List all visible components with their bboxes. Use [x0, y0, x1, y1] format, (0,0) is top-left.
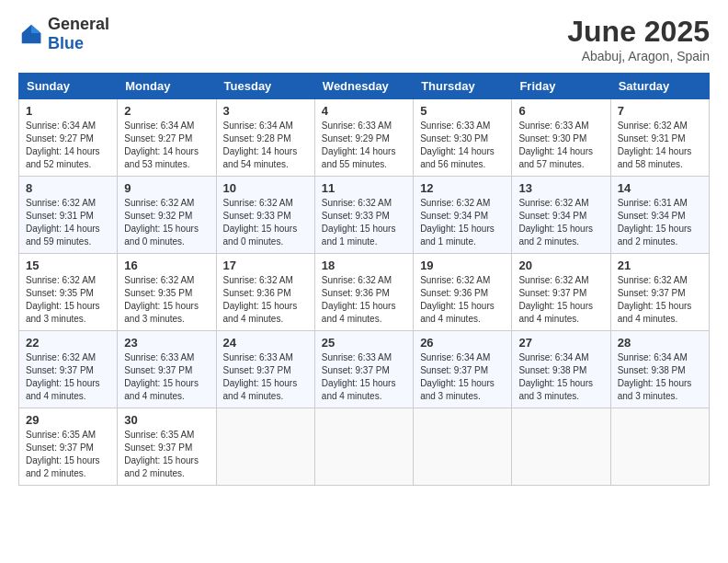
logo-general: General [48, 15, 109, 33]
calendar-week-row: 15 Sunrise: 6:32 AM Sunset: 9:35 PM Dayl… [19, 254, 710, 331]
sunset-text: Sunset: 9:33 PM [322, 211, 390, 221]
sunrise-text: Sunrise: 6:33 AM [322, 352, 392, 362]
day-info: Sunrise: 6:32 AM Sunset: 9:34 PM Dayligh… [518, 197, 603, 248]
col-thursday: Thursday [414, 74, 512, 99]
calendar-cell: 1 Sunrise: 6:34 AM Sunset: 9:27 PM Dayli… [19, 99, 118, 177]
calendar-cell: 3 Sunrise: 6:34 AM Sunset: 9:28 PM Dayli… [216, 99, 314, 177]
day-number: 29 [26, 413, 110, 427]
calendar-cell: 7 Sunrise: 6:32 AM Sunset: 9:31 PM Dayli… [610, 99, 709, 177]
day-info: Sunrise: 6:32 AM Sunset: 9:37 PM Dayligh… [518, 274, 603, 326]
sunrise-text: Sunrise: 6:32 AM [124, 198, 194, 208]
daylight-text: Daylight: 15 hours and 1 minute. [420, 224, 495, 247]
day-info: Sunrise: 6:34 AM Sunset: 9:27 PM Dayligh… [26, 120, 110, 171]
sunrise-text: Sunrise: 6:32 AM [322, 275, 392, 285]
calendar-cell: 5 Sunrise: 6:33 AM Sunset: 9:30 PM Dayli… [414, 99, 512, 177]
day-number: 12 [420, 181, 505, 195]
sunset-text: Sunset: 9:30 PM [420, 133, 488, 144]
sunset-text: Sunset: 9:37 PM [322, 365, 390, 375]
day-number: 9 [124, 181, 209, 195]
sunrise-text: Sunrise: 6:32 AM [518, 198, 588, 208]
day-info: Sunrise: 6:34 AM Sunset: 9:37 PM Dayligh… [420, 351, 505, 403]
sunset-text: Sunset: 9:38 PM [618, 365, 686, 375]
calendar-week-row: 1 Sunrise: 6:34 AM Sunset: 9:27 PM Dayli… [19, 99, 710, 177]
sunset-text: Sunset: 9:37 PM [124, 365, 192, 375]
daylight-text: Daylight: 14 hours and 57 minutes. [518, 146, 593, 169]
sunrise-text: Sunrise: 6:32 AM [26, 352, 96, 362]
sunset-text: Sunset: 9:37 PM [518, 288, 586, 298]
title-block: June 2025 Ababuj, Aragon, Spain [567, 15, 710, 63]
sunrise-text: Sunrise: 6:32 AM [618, 121, 688, 131]
sunrise-text: Sunrise: 6:32 AM [223, 275, 293, 285]
day-info: Sunrise: 6:32 AM Sunset: 9:35 PM Dayligh… [26, 274, 110, 326]
calendar-cell: 28 Sunrise: 6:34 AM Sunset: 9:38 PM Dayl… [610, 331, 709, 408]
day-info: Sunrise: 6:33 AM Sunset: 9:37 PM Dayligh… [322, 351, 406, 403]
daylight-text: Daylight: 14 hours and 59 minutes. [26, 224, 100, 247]
logo-text: General Blue [48, 15, 109, 53]
sunrise-text: Sunrise: 6:32 AM [420, 275, 490, 285]
calendar-cell: 21 Sunrise: 6:32 AM Sunset: 9:37 PM Dayl… [610, 254, 709, 331]
calendar-cell [314, 408, 413, 486]
day-number: 15 [26, 259, 110, 272]
sunset-text: Sunset: 9:37 PM [26, 365, 94, 375]
daylight-text: Daylight: 15 hours and 4 minutes. [420, 301, 495, 324]
day-number: 4 [322, 104, 406, 118]
sunrise-text: Sunrise: 6:34 AM [518, 352, 588, 362]
calendar-cell: 17 Sunrise: 6:32 AM Sunset: 9:36 PM Dayl… [216, 254, 314, 331]
calendar-cell: 12 Sunrise: 6:32 AM Sunset: 9:34 PM Dayl… [414, 177, 512, 254]
calendar-week-row: 22 Sunrise: 6:32 AM Sunset: 9:37 PM Dayl… [19, 331, 710, 408]
calendar-cell [512, 408, 610, 486]
calendar-cell [610, 408, 709, 486]
sunrise-text: Sunrise: 6:35 AM [124, 430, 194, 440]
calendar-week-row: 8 Sunrise: 6:32 AM Sunset: 9:31 PM Dayli… [19, 177, 710, 254]
sunset-text: Sunset: 9:27 PM [124, 133, 192, 144]
daylight-text: Daylight: 15 hours and 2 minutes. [618, 224, 692, 247]
day-info: Sunrise: 6:33 AM Sunset: 9:37 PM Dayligh… [124, 351, 209, 403]
header: General Blue June 2025 Ababuj, Aragon, S… [18, 15, 710, 63]
day-number: 30 [124, 413, 209, 427]
calendar-cell: 11 Sunrise: 6:32 AM Sunset: 9:33 PM Dayl… [314, 177, 413, 254]
day-info: Sunrise: 6:31 AM Sunset: 9:34 PM Dayligh… [618, 197, 702, 248]
daylight-text: Daylight: 14 hours and 53 minutes. [124, 146, 199, 169]
sunset-text: Sunset: 9:31 PM [26, 211, 94, 221]
day-info: Sunrise: 6:34 AM Sunset: 9:27 PM Dayligh… [124, 120, 209, 171]
sunrise-text: Sunrise: 6:32 AM [26, 275, 96, 285]
daylight-text: Daylight: 15 hours and 3 minutes. [124, 301, 199, 324]
day-number: 7 [618, 104, 702, 118]
calendar-cell: 15 Sunrise: 6:32 AM Sunset: 9:35 PM Dayl… [19, 254, 118, 331]
day-info: Sunrise: 6:33 AM Sunset: 9:29 PM Dayligh… [322, 120, 406, 171]
day-number: 22 [26, 336, 110, 350]
day-number: 24 [223, 336, 308, 350]
day-number: 16 [124, 259, 209, 272]
sunset-text: Sunset: 9:33 PM [223, 211, 291, 221]
col-friday: Friday [512, 74, 610, 99]
sunrise-text: Sunrise: 6:34 AM [124, 121, 194, 131]
daylight-text: Daylight: 15 hours and 2 minutes. [124, 455, 199, 478]
calendar-cell: 4 Sunrise: 6:33 AM Sunset: 9:29 PM Dayli… [314, 99, 413, 177]
logo: General Blue [18, 15, 109, 53]
sunset-text: Sunset: 9:36 PM [322, 288, 390, 298]
calendar-cell: 6 Sunrise: 6:33 AM Sunset: 9:30 PM Dayli… [512, 99, 610, 177]
day-info: Sunrise: 6:32 AM Sunset: 9:36 PM Dayligh… [223, 274, 308, 326]
sunrise-text: Sunrise: 6:32 AM [618, 275, 688, 285]
day-number: 25 [322, 336, 406, 350]
day-info: Sunrise: 6:34 AM Sunset: 9:28 PM Dayligh… [223, 120, 308, 171]
day-number: 13 [518, 181, 603, 195]
calendar-cell: 27 Sunrise: 6:34 AM Sunset: 9:38 PM Dayl… [512, 331, 610, 408]
day-number: 10 [223, 181, 308, 195]
daylight-text: Daylight: 14 hours and 54 minutes. [223, 146, 298, 169]
daylight-text: Daylight: 14 hours and 52 minutes. [26, 146, 100, 169]
day-info: Sunrise: 6:32 AM Sunset: 9:34 PM Dayligh… [420, 197, 505, 248]
daylight-text: Daylight: 15 hours and 3 minutes. [420, 378, 495, 401]
sunset-text: Sunset: 9:30 PM [518, 133, 586, 144]
day-info: Sunrise: 6:32 AM Sunset: 9:32 PM Dayligh… [124, 197, 209, 248]
daylight-text: Daylight: 15 hours and 4 minutes. [322, 378, 396, 401]
day-info: Sunrise: 6:34 AM Sunset: 9:38 PM Dayligh… [518, 351, 603, 403]
daylight-text: Daylight: 15 hours and 0 minutes. [124, 224, 199, 247]
sunrise-text: Sunrise: 6:32 AM [322, 198, 392, 208]
day-number: 23 [124, 336, 209, 350]
col-wednesday: Wednesday [314, 74, 413, 99]
day-number: 19 [420, 259, 505, 272]
sunrise-text: Sunrise: 6:32 AM [124, 275, 194, 285]
sunrise-text: Sunrise: 6:35 AM [26, 430, 96, 440]
sunset-text: Sunset: 9:29 PM [322, 133, 390, 144]
